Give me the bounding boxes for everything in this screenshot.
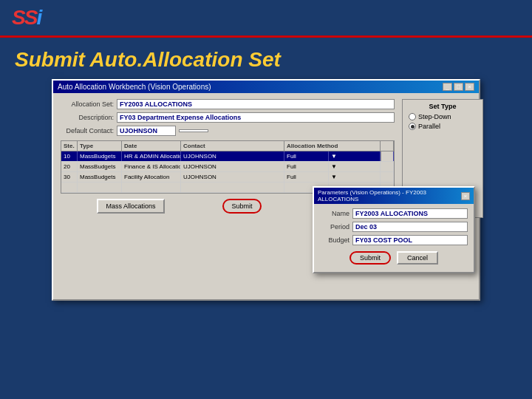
header: SSi (0, 0, 532, 38)
popup-period-label: Period (320, 223, 349, 231)
content-area: Auto Allocation Workbench (Vision Operat… (0, 79, 532, 308)
maximize-button[interactable]: □ (454, 83, 463, 91)
cell-step-2: 20 (61, 162, 78, 171)
cell-method-3: Full (284, 172, 329, 182)
contact-extra[interactable] (179, 129, 208, 132)
table-row[interactable]: 30 MassBudgets Facility Allocation UJOHN… (61, 172, 394, 183)
radio-step-down-circle[interactable] (409, 113, 416, 120)
popup-dialog: Parameters (Vision Operations) - FY2003 … (313, 186, 475, 273)
col-scroll (381, 141, 394, 151)
table-row[interactable]: 20 MassBudgets Finance & IS Allocation U… (61, 162, 394, 172)
description-label: Description: (61, 114, 114, 121)
radio-parallel[interactable]: Parallel (409, 123, 477, 130)
cell-method-2: Full (284, 162, 329, 171)
allocation-set-row: Allocation Set: FY2003 ALLOCATIONS (61, 99, 395, 109)
cell-step-1: 10 (61, 151, 78, 161)
popup-title: Parameters (Vision Operations) - FY2003 … (318, 189, 461, 202)
popup-titlebar: Parameters (Vision Operations) - FY2003 … (314, 188, 474, 204)
scrollbar-2 (381, 162, 394, 171)
page-title: Submit Auto.Allocation Set (0, 38, 532, 79)
popup-period-row: Period Dec 03 (320, 222, 468, 232)
contact-row: Default Contact: UJOHNSON (61, 126, 395, 136)
submit-button-main[interactable]: Submit (222, 199, 261, 214)
titlebar-buttons: _ □ × (443, 83, 474, 91)
popup-budget-input[interactable]: FY03 COST POOL (352, 235, 468, 245)
popup-name-row: Name FY2003 ALLOCATIONS (320, 208, 468, 219)
contact-input[interactable]: UJOHNSON (117, 126, 176, 136)
popup-budget-row: Budget FY03 COST POOL (320, 235, 468, 245)
popup-buttons: Submit Cancel (320, 248, 468, 267)
popup-body: Name FY2003 ALLOCATIONS Period Dec 03 Bu… (314, 204, 474, 272)
main-dialog: Auto Allocation Workbench (Vision Operat… (52, 79, 480, 301)
radio-parallel-circle[interactable] (409, 123, 416, 130)
contact-label: Default Contact: (61, 127, 114, 134)
radio-step-down-label: Step-Down (418, 113, 451, 120)
cell-step-3: 30 (61, 172, 78, 182)
cell-method-1: Full (284, 151, 329, 161)
col-step: Ste. (61, 141, 78, 151)
cell-dropdown-2[interactable]: ▼ (329, 162, 381, 171)
popup-close-button[interactable]: × (461, 192, 470, 200)
cell-date-1: HR & ADMIN Allocation (122, 151, 181, 161)
cell-dropdown-3[interactable]: ▼ (329, 172, 381, 182)
popup-name-input[interactable]: FY2003 ALLOCATIONS (352, 208, 468, 219)
description-input[interactable]: FY03 Department Expense Allocations (117, 112, 395, 123)
grid-header: Ste. Type Date Contact Allocation Method (61, 141, 394, 151)
cell-date-3: Facility Allocation (122, 172, 181, 182)
main-dialog-title: Auto Allocation Workbench (Vision Operat… (58, 83, 211, 91)
allocation-set-label: Allocation Set: (61, 100, 114, 108)
cell-type-3: MassBudgets (78, 172, 122, 182)
table-row[interactable]: 10 MassBudgets HR & ADMIN Allocation UJO… (61, 151, 394, 162)
popup-name-label: Name (320, 210, 349, 217)
logo: SSi (12, 6, 41, 30)
radio-step-down[interactable]: Step-Down (409, 113, 477, 120)
allocation-set-input[interactable]: FY2003 ALLOCATIONS (117, 99, 395, 109)
cell-contact-1: UJOHNSON (181, 151, 284, 161)
mass-allocations-button[interactable]: Mass Allocations (97, 199, 164, 214)
popup-submit-button[interactable]: Submit (349, 251, 391, 265)
cell-contact-3: UJOHNSON (181, 172, 284, 182)
popup-cancel-button[interactable]: Cancel (397, 251, 438, 265)
description-row: Description: FY03 Department Expense All… (61, 112, 395, 123)
scrollbar-1[interactable] (381, 151, 394, 161)
col-contact: Contact (181, 141, 284, 151)
radio-parallel-label: Parallel (418, 123, 440, 130)
close-button[interactable]: × (465, 83, 474, 91)
popup-budget-label: Budget (320, 236, 349, 244)
col-type: Type (78, 141, 122, 151)
col-method: Allocation Method (284, 141, 381, 151)
col-date: Date (122, 141, 181, 151)
cell-type-2: MassBudgets (78, 162, 122, 171)
cell-dropdown-1[interactable]: ▼ (329, 151, 381, 161)
set-type-title: Set Type (409, 103, 477, 110)
minimize-button[interactable]: _ (443, 83, 452, 91)
cell-contact-2: UJOHNSON (181, 162, 284, 171)
cell-type-1: MassBudgets (78, 151, 122, 161)
cell-date-2: Finance & IS Allocation (122, 162, 181, 171)
scrollbar-3 (381, 172, 394, 182)
popup-period-input[interactable]: Dec 03 (352, 222, 468, 232)
main-dialog-titlebar: Auto Allocation Workbench (Vision Operat… (53, 81, 479, 93)
